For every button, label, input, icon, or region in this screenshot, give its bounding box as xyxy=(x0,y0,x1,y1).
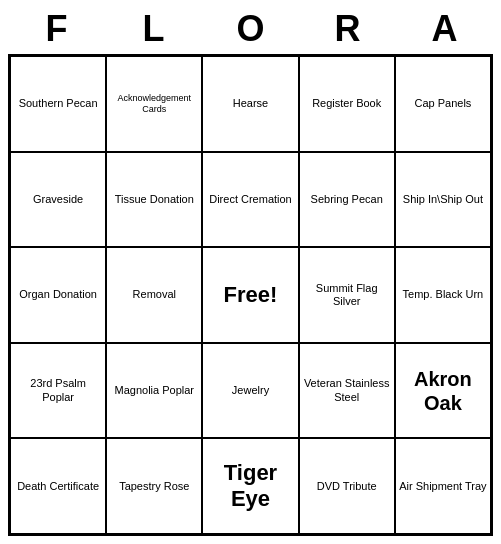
cell-24: Air Shipment Tray xyxy=(395,438,491,534)
cell-19: Akron Oak xyxy=(395,343,491,439)
cell-15: 23rd Psalm Poplar xyxy=(10,343,106,439)
title-letter-a: A xyxy=(400,8,490,50)
cell-0: Southern Pecan xyxy=(10,56,106,152)
cell-11: Removal xyxy=(106,247,202,343)
cell-16: Magnolia Poplar xyxy=(106,343,202,439)
cell-9: Ship In\Ship Out xyxy=(395,152,491,248)
cell-8: Sebring Pecan xyxy=(299,152,395,248)
title-letter-o: O xyxy=(206,8,296,50)
cell-1: Acknowledgement Cards xyxy=(106,56,202,152)
cell-23: DVD Tribute xyxy=(299,438,395,534)
cell-10: Organ Donation xyxy=(10,247,106,343)
cell-4: Cap Panels xyxy=(395,56,491,152)
cell-20: Death Certificate xyxy=(10,438,106,534)
cell-13: Summit Flag Silver xyxy=(299,247,395,343)
title-letter-l: L xyxy=(109,8,199,50)
cell-2: Hearse xyxy=(202,56,298,152)
cell-7: Direct Cremation xyxy=(202,152,298,248)
title-letter-r: R xyxy=(303,8,393,50)
cell-12: Free! xyxy=(202,247,298,343)
cell-6: Tissue Donation xyxy=(106,152,202,248)
title-letter-f: F xyxy=(12,8,102,50)
cell-22: Tiger Eye xyxy=(202,438,298,534)
cell-5: Graveside xyxy=(10,152,106,248)
cell-17: Jewelry xyxy=(202,343,298,439)
cell-3: Register Book xyxy=(299,56,395,152)
cell-14: Temp. Black Urn xyxy=(395,247,491,343)
cell-21: Tapestry Rose xyxy=(106,438,202,534)
bingo-grid: Southern PecanAcknowledgement CardsHears… xyxy=(8,54,493,536)
bingo-title: F L O R A xyxy=(8,8,493,50)
cell-18: Veteran Stainless Steel xyxy=(299,343,395,439)
